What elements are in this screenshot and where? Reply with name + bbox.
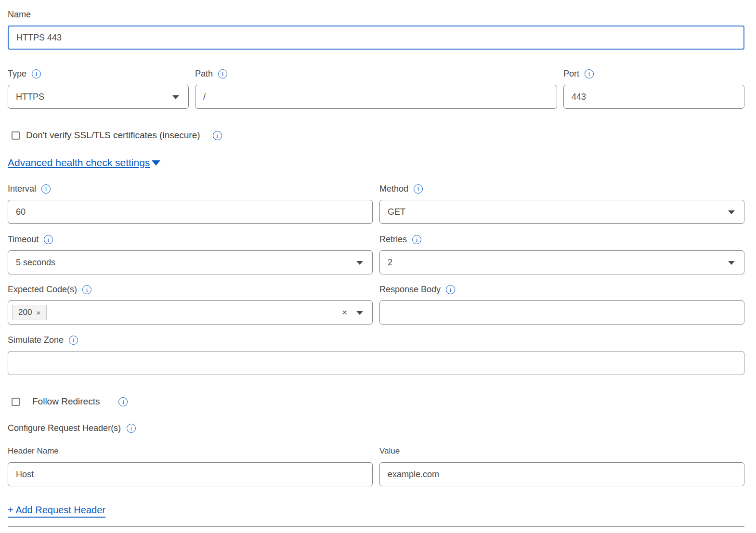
timeout-field-group: Timeout i 5 seconds: [8, 234, 373, 274]
interval-input[interactable]: [8, 200, 373, 224]
path-field-group: Path i: [195, 68, 557, 109]
follow-redirects-label: Follow Redirects: [32, 396, 100, 407]
code-tag-value: 200: [18, 308, 32, 317]
retries-label-row: Retries i: [379, 234, 744, 245]
type-select[interactable]: HTTPS: [8, 85, 189, 109]
advanced-settings-link[interactable]: Advanced health check settings: [8, 157, 160, 169]
name-label: Name: [8, 9, 744, 20]
expected-codes-label: Expected Code(s): [8, 285, 77, 295]
codes-body-row: Expected Code(s) i 200 × × Response Body…: [8, 284, 744, 325]
timeout-select[interactable]: 5 seconds: [8, 250, 373, 274]
remove-tag-icon[interactable]: ×: [36, 309, 40, 317]
clear-all-icon[interactable]: ×: [342, 307, 347, 318]
simulate-zone-input[interactable]: [8, 351, 744, 375]
header-name-value-row: Header Name Value: [8, 446, 744, 486]
interval-method-row: Interval i Method i GET: [8, 183, 744, 224]
health-check-form: Name Type i HTTPS Path i Port i: [8, 0, 744, 527]
retries-select[interactable]: 2: [379, 250, 744, 274]
caret-down-icon: [152, 160, 160, 166]
chevron-down-icon: [728, 261, 735, 265]
chevron-down-icon: [356, 261, 363, 265]
retries-select-value: 2: [388, 258, 392, 268]
info-icon[interactable]: i: [41, 184, 51, 194]
header-value-label: Value: [379, 446, 744, 456]
code-tag: 200 ×: [12, 305, 47, 320]
info-icon[interactable]: i: [82, 285, 91, 294]
add-request-header-link[interactable]: + Add Request Header: [8, 505, 105, 518]
follow-redirects-checkbox-row: Follow Redirects i: [12, 396, 744, 407]
advanced-settings-link-label: Advanced health check settings: [8, 157, 150, 169]
timeout-label-row: Timeout i: [8, 234, 373, 245]
chevron-down-icon: [356, 311, 363, 315]
verify-ssl-label: Don't verify SSL/TLS certificates (insec…: [26, 130, 200, 141]
timeout-select-value: 5 seconds: [16, 258, 55, 268]
retries-label: Retries: [379, 234, 407, 245]
response-body-label-row: Response Body i: [379, 284, 744, 295]
path-label-row: Path i: [195, 68, 557, 79]
method-field-group: Method i GET: [379, 183, 744, 224]
expected-codes-multiselect[interactable]: 200 × ×: [8, 300, 373, 325]
add-header-row: + Add Request Header: [8, 505, 744, 516]
type-field-group: Type i HTTPS: [8, 68, 189, 109]
info-icon[interactable]: i: [127, 424, 136, 433]
interval-label: Interval: [8, 184, 36, 194]
path-input[interactable]: [195, 85, 557, 109]
type-path-port-row: Type i HTTPS Path i Port i: [8, 68, 744, 109]
simulate-zone-label-row: Simulate Zone i: [8, 334, 744, 346]
method-select[interactable]: GET: [379, 200, 744, 224]
response-body-field-group: Response Body i: [379, 284, 744, 325]
chevron-down-icon: [172, 95, 179, 99]
type-select-value: HTTPS: [16, 92, 44, 102]
follow-redirects-checkbox[interactable]: [12, 398, 20, 406]
name-field-group: Name: [8, 9, 744, 50]
type-label-row: Type i: [8, 68, 189, 79]
header-value-field-group: Value: [379, 446, 744, 486]
info-icon[interactable]: i: [69, 336, 78, 345]
simulate-zone-field-group: Simulate Zone i: [8, 334, 744, 375]
expected-codes-field-group: Expected Code(s) i 200 × ×: [8, 284, 373, 325]
info-icon[interactable]: i: [44, 235, 53, 244]
info-icon[interactable]: i: [412, 235, 421, 244]
configure-headers-label: Configure Request Header(s): [8, 423, 121, 433]
retries-field-group: Retries i 2: [379, 234, 744, 274]
method-label: Method: [379, 184, 408, 194]
info-icon[interactable]: i: [118, 397, 128, 406]
info-icon[interactable]: i: [213, 131, 222, 140]
info-icon[interactable]: i: [32, 69, 41, 78]
header-name-field-group: Header Name: [8, 446, 373, 486]
method-label-row: Method i: [379, 183, 744, 195]
info-icon[interactable]: i: [414, 184, 423, 194]
info-icon[interactable]: i: [446, 285, 455, 294]
simulate-zone-label: Simulate Zone: [8, 335, 64, 345]
configure-headers-label-row: Configure Request Header(s) i: [8, 423, 744, 433]
info-icon[interactable]: i: [585, 69, 594, 78]
port-label-row: Port i: [563, 68, 744, 79]
port-input[interactable]: [563, 85, 744, 109]
section-divider: [8, 526, 744, 527]
info-icon[interactable]: i: [218, 69, 227, 78]
method-select-value: GET: [388, 207, 405, 217]
interval-label-row: Interval i: [8, 183, 373, 195]
port-field-group: Port i: [563, 68, 744, 109]
verify-ssl-checkbox-row: Don't verify SSL/TLS certificates (insec…: [12, 130, 744, 141]
path-label: Path: [195, 69, 213, 79]
name-input[interactable]: [8, 26, 744, 50]
header-value-input[interactable]: [379, 462, 744, 486]
header-name-input[interactable]: [8, 462, 373, 486]
response-body-label: Response Body: [379, 285, 441, 295]
interval-field-group: Interval i: [8, 183, 373, 224]
type-label: Type: [8, 69, 26, 79]
timeout-retries-row: Timeout i 5 seconds Retries i 2: [8, 234, 744, 274]
header-name-label: Header Name: [8, 446, 373, 456]
timeout-label: Timeout: [8, 234, 39, 245]
verify-ssl-checkbox[interactable]: [12, 131, 20, 140]
expected-codes-label-row: Expected Code(s) i: [8, 284, 373, 295]
chevron-down-icon: [728, 210, 735, 214]
port-label: Port: [563, 69, 579, 79]
configure-headers-row: Configure Request Header(s) i: [8, 423, 744, 433]
advanced-settings-row: Advanced health check settings: [8, 157, 744, 169]
response-body-input[interactable]: [379, 300, 744, 325]
